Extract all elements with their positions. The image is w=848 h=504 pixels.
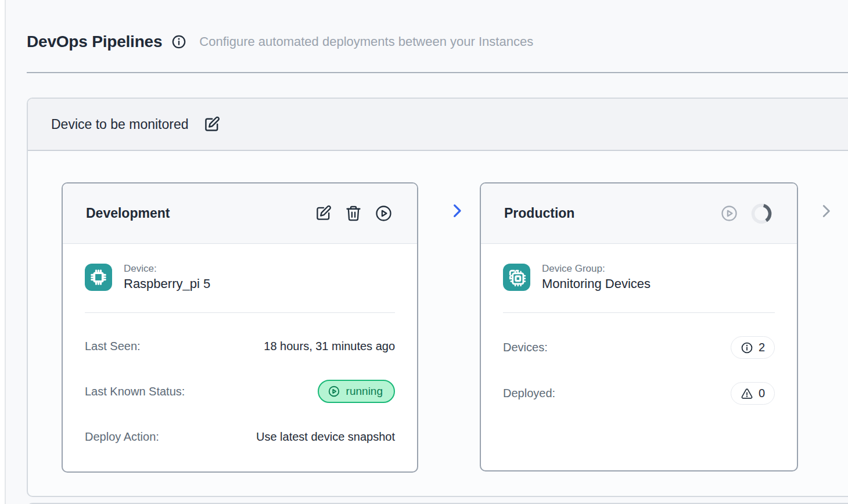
page-subtitle: Configure automated deployments between … [199,34,533,49]
device-name: Raspberry_pi 5 [124,276,210,291]
info-circle-icon [741,341,753,354]
play-circle-icon [328,385,340,398]
next-stage-chevron-icon[interactable] [818,203,835,219]
device-label: Device: [124,263,210,275]
pipeline-flow-arrow-icon [448,202,466,219]
panel-title: Device to be monitored [51,117,189,132]
card-divider [85,312,395,313]
run-stage-button[interactable] [375,204,393,222]
card-divider [503,312,775,313]
production-card-title: Production [504,206,574,221]
device-group-name: Monitoring Devices [542,276,651,291]
warning-triangle-icon [741,387,753,400]
devops-pipelines-view: DevOps Pipelines Configure automated dep… [5,0,848,504]
status-badge-text: running [346,385,383,398]
play-circle-icon [375,204,393,222]
device-chip-icon [85,264,112,291]
header-divider [27,72,848,73]
device-group-label: Device Group: [542,263,651,275]
loading-spinner-icon [750,203,772,225]
development-card-actions [314,204,393,222]
device-group-chip-icon [503,264,530,291]
deployed-label: Deployed: [503,387,555,400]
development-card-title: Development [86,206,170,221]
page-title: DevOps Pipelines [27,33,162,51]
status-badge: running [318,380,395,403]
edit-square-icon [314,204,332,222]
production-details: Devices: 2 Deployed: [503,336,775,405]
development-card-header: Development [63,183,417,244]
deployed-count-badge[interactable]: 0 [731,382,775,405]
devices-label: Devices: [503,341,548,354]
production-stage-card: Production [480,182,798,471]
devices-row: Devices: 2 [503,336,775,359]
delete-stage-button[interactable] [344,204,362,222]
pipeline-panel-body: Development [28,151,848,496]
development-details: Last Seen: 18 hours, 31 minutes ago Last… [85,337,395,445]
edit-stage-button[interactable] [314,204,332,222]
devices-count: 2 [759,341,765,354]
deployed-row: Deployed: 0 [503,382,775,405]
devices-count-badge[interactable]: 2 [731,336,775,359]
pipeline-panel: Device to be monitored Development [27,98,848,497]
trash-icon [344,204,362,222]
device-identity-row: Device: Raspberry_pi 5 [85,263,395,291]
device-group-identity-text: Device Group: Monitoring Devices [542,263,651,291]
deploy-action-row: Deploy Action: Use latest device snapsho… [85,428,395,445]
deploy-action-value: Use latest device snapshot [256,430,395,444]
development-stage-card: Development [62,182,418,473]
edit-square-icon [203,116,221,134]
last-seen-value: 18 hours, 31 minutes ago [264,340,395,353]
deploy-action-label: Deploy Action: [85,430,159,444]
edit-monitored-device-button[interactable] [203,116,221,134]
deployed-count: 0 [759,387,765,400]
production-card-actions [720,203,772,225]
play-circle-icon [720,204,738,222]
info-icon[interactable] [171,34,186,49]
device-group-identity-row: Device Group: Monitoring Devices [503,263,775,291]
run-stage-button-disabled[interactable] [720,204,738,222]
production-card-header: Production [481,183,797,244]
last-seen-label: Last Seen: [85,340,141,353]
pipeline-panel-header: Device to be monitored [28,99,848,151]
device-identity-text: Device: Raspberry_pi 5 [124,263,210,291]
page-header: DevOps Pipelines Configure automated dep… [27,33,533,51]
last-known-status-label: Last Known Status: [85,385,185,398]
last-known-status-row: Last Known Status: running [85,380,395,403]
last-seen-row: Last Seen: 18 hours, 31 minutes ago [85,337,395,355]
